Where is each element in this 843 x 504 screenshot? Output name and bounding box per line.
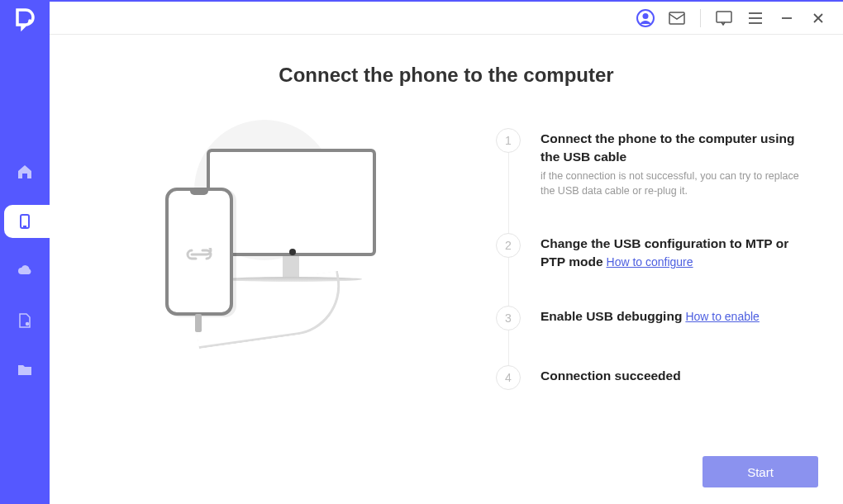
app-logo — [12, 7, 37, 31]
content: Connect the phone to the computer — [50, 35, 843, 440]
svg-point-4 — [643, 13, 649, 19]
step-1: 1 Connect the phone to the computer usin… — [496, 128, 810, 233]
page-title: Connect the phone to the computer — [83, 64, 810, 87]
sidebar-item-home[interactable] — [8, 155, 41, 188]
step-2: 2 Change the USB configuration to MTP or… — [496, 233, 810, 305]
illustration — [83, 128, 438, 390]
start-button[interactable]: Start — [702, 456, 818, 487]
footer: Start — [50, 440, 843, 504]
sidebar-item-cloud[interactable] — [8, 254, 41, 288]
titlebar-separator — [700, 9, 701, 27]
minimize-icon[interactable] — [774, 5, 800, 31]
step-4: 4 Connection succeeded — [496, 365, 810, 390]
sidebar — [0, 0, 50, 504]
step-number: 2 — [496, 233, 521, 258]
main-panel: Connect the phone to the computer — [50, 0, 843, 504]
step-title: Connection succeeded — [541, 367, 810, 385]
sidebar-item-file[interactable] — [8, 304, 41, 337]
steps-list: 1 Connect the phone to the computer usin… — [496, 128, 810, 390]
step-3: 3 Enable USB debuggingHow to enable — [496, 306, 810, 365]
step-title: Enable USB debuggingHow to enable — [541, 307, 810, 326]
step-number: 1 — [496, 128, 521, 153]
step-title: Connect the phone to the computer using … — [541, 130, 810, 165]
titlebar — [50, 0, 843, 35]
step-number: 4 — [496, 365, 521, 390]
svg-rect-5 — [669, 12, 684, 24]
svg-rect-6 — [717, 12, 731, 22]
step-hint: if the connection is not successful, you… — [541, 169, 810, 198]
step-title: Change the USB configuration to MTP or P… — [541, 235, 810, 270]
account-icon[interactable] — [632, 5, 659, 31]
chat-icon[interactable] — [711, 5, 737, 31]
sidebar-item-folder[interactable] — [8, 354, 41, 387]
content-body: 1 Connect the phone to the computer usin… — [83, 128, 810, 390]
step-number: 3 — [496, 306, 521, 330]
configure-link[interactable]: How to configure — [607, 255, 693, 269]
mail-icon[interactable] — [664, 5, 690, 31]
svg-point-2 — [26, 323, 29, 326]
sidebar-item-phone[interactable] — [4, 205, 50, 238]
enable-link[interactable]: How to enable — [685, 310, 760, 323]
link-icon — [186, 247, 212, 262]
close-icon[interactable] — [805, 5, 831, 31]
menu-icon[interactable] — [742, 5, 769, 31]
